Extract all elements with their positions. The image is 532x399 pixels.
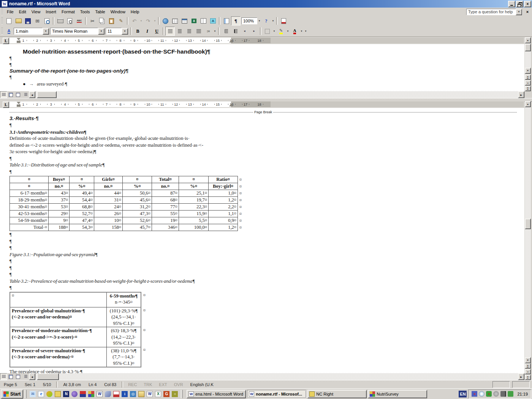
normal-view-button[interactable] [0,373,7,380]
ruler-top[interactable]: L 123456789101112131415161718 [0,37,524,44]
taskbar-button-ena-html[interactable]: W ena.html - Microsoft Word [187,390,246,398]
swoosh-app-icon[interactable] [105,391,111,397]
antivirus-icon[interactable]: × [486,391,492,397]
menu-item[interactable]: File [4,8,16,15]
help-button[interactable]: ? [261,16,271,25]
dropdown-icon[interactable]: ▼ [43,28,49,35]
next-page-button[interactable]: ▼ ▼ [525,375,531,380]
line-spacing-button[interactable]: ↕≡ [203,27,213,36]
menu-item[interactable]: Format [59,8,78,15]
dropdown-icon[interactable]: ▼ [516,9,522,15]
tab-alignment-selector[interactable]: L [3,38,9,44]
dropdown-icon[interactable]: ▼ [98,28,104,35]
next-page-button[interactable]: ▼ ▼ [525,86,531,91]
taskbar-button-noname-rtf[interactable]: W noname.rtf - Microsof... [247,390,306,398]
ruler-bottom[interactable]: L 123456789101112131415161718 [0,101,524,108]
select-browse-object-button[interactable]: ● [525,369,531,374]
styles-and-formatting-button[interactable]: A [4,27,14,36]
highlight-dropdown[interactable]: ▼ [286,27,290,35]
scroll-left-button[interactable]: ◀ [29,91,35,98]
outside-border-button[interactable] [263,27,272,36]
mail-recipient-button[interactable]: ✉ [33,16,42,25]
undo-dropdown[interactable]: ▼ [139,17,143,25]
mode-indicator[interactable]: TRK [141,382,155,388]
format-painter-button[interactable]: ✎ [116,16,126,25]
align-center-button[interactable] [175,27,184,36]
underline-button[interactable]: U [152,27,162,36]
scroll-track[interactable] [57,91,518,98]
spelling-button[interactable]: ABC [74,16,84,25]
clock-app-icon[interactable]: ○ [172,391,178,397]
document-view-bottom[interactable]: Page Break 3.·Results·¶ ¶ 3.1·Anthropome… [0,108,524,373]
start-button[interactable]: Start [1,390,23,399]
internet-explorer-icon[interactable]: e [38,391,44,397]
left-indent-marker[interactable] [17,38,21,40]
outline-view-button[interactable] [22,91,29,98]
style-combo[interactable]: 1.main ▼ [14,27,49,35]
web-layout-view-button[interactable] [7,91,14,98]
document-map-button[interactable] [222,16,231,25]
numbering-button[interactable] [221,27,230,36]
right-indent-marker[interactable] [229,104,233,106]
tables-and-borders-button[interactable] [170,16,180,25]
new-document-button[interactable] [4,16,14,25]
search-app-icon[interactable]: ◎ [130,391,136,397]
toolbar-options-dropdown[interactable]: ▼ [271,17,275,25]
vertical-scroll-thumb[interactable] [525,44,531,51]
ruler-strip[interactable]: 123456789101112131415161718 [9,38,524,43]
scroll-right-button[interactable]: ▶ [518,373,524,380]
media-player-icon[interactable] [46,391,52,397]
align-right-button[interactable] [184,27,194,36]
scroll-left-button[interactable]: ◀ [29,373,35,380]
paste-button[interactable] [107,16,116,25]
previous-page-button[interactable]: ▲ ▲ [525,74,531,80]
palette-app-icon[interactable] [88,391,94,397]
bold-button[interactable]: B [133,27,142,36]
safely-remove-icon[interactable] [508,391,513,397]
menu-item[interactable]: Edit [16,8,29,15]
g-app-icon[interactable]: G [163,391,169,397]
outlook-express-icon[interactable]: ✉ [30,391,36,397]
menu-item[interactable]: View [29,8,43,15]
border-dropdown[interactable]: ▼ [272,27,276,35]
vertical-scrollbar-bottom[interactable]: ▲ ▼ [525,101,531,363]
menu-item[interactable]: Help [128,8,142,15]
pdf-export-button[interactable] [279,16,288,25]
highlight-button[interactable]: ✎ [276,27,286,36]
web-layout-view-button[interactable] [7,373,14,380]
netscape-icon[interactable]: N [63,391,69,397]
restore-button[interactable] [516,1,523,7]
search-button[interactable] [42,16,52,25]
print-preview-button[interactable] [65,16,74,25]
ruler-strip[interactable]: 123456789101112131415161718 [9,101,524,107]
horizontal-scrollbar-bottom[interactable]: ◀ ▶ [0,373,524,380]
volume-icon[interactable] [500,391,506,397]
toolbar-grip[interactable] [1,8,3,15]
undo-button[interactable]: ↶ [130,16,139,25]
toolbar-grip[interactable] [1,28,3,35]
scroll-down-button[interactable]: ▼ [525,68,531,74]
columns-button[interactable] [199,16,208,25]
menu-item[interactable]: Table [92,8,108,15]
right-indent-marker[interactable] [229,40,233,43]
mode-indicator[interactable]: OVR [171,382,186,388]
insert-hyperlink-button[interactable] [161,16,170,25]
help-question-input[interactable]: Type a question for help ▼ [466,9,522,15]
horizontal-scrollbar-top[interactable]: ◀ ▶ [0,91,524,98]
red-app-icon[interactable] [113,391,119,397]
print-button[interactable] [55,16,65,25]
decrease-indent-button[interactable]: ◂ [240,27,249,36]
zoom-input[interactable]: 100% [241,17,257,24]
word-icon[interactable]: W [147,391,153,397]
previous-page-button[interactable]: ▲ ▲ [525,363,531,369]
insert-table-button[interactable] [180,16,189,25]
line-spacing-dropdown[interactable]: ▼ [213,27,217,35]
normal-view-button[interactable] [0,91,7,98]
redo-dropdown[interactable]: ▼ [153,17,157,25]
show-hide-formatting-button[interactable]: ¶ [231,16,241,25]
scroll-right-button[interactable]: ▶ [518,91,524,98]
cut-button[interactable]: ✂ [88,16,97,25]
outline-view-button[interactable] [22,373,29,380]
language-indicator[interactable]: EN [459,391,467,397]
close-button[interactable]: × [524,1,531,7]
